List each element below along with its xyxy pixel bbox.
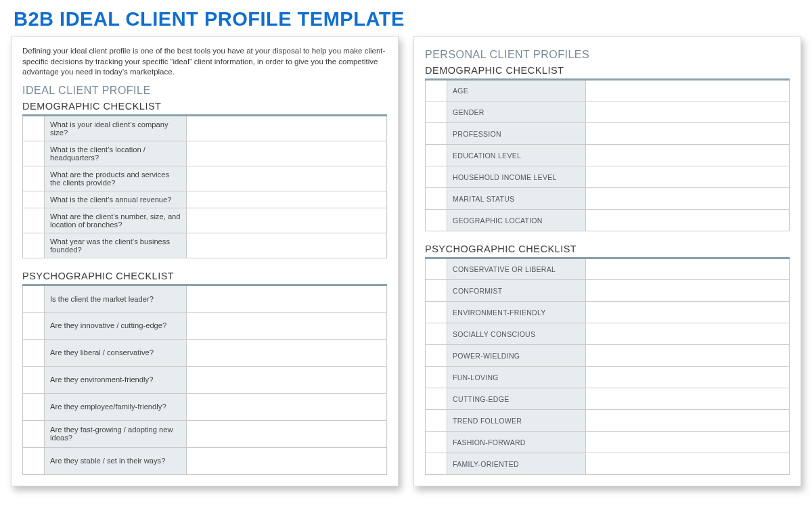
checkbox-cell[interactable] [23, 166, 45, 191]
checkbox-cell[interactable] [23, 141, 45, 166]
left-section-title: IDEAL CLIENT PROFILE [22, 85, 387, 97]
checkbox-cell[interactable] [426, 388, 447, 410]
table-row: FAMILY-ORIENTED [426, 453, 790, 475]
answer-cell[interactable] [585, 432, 789, 453]
checkbox-cell[interactable] [426, 166, 447, 188]
answer-cell[interactable] [585, 210, 789, 231]
answer-cell[interactable] [187, 208, 387, 233]
answer-cell[interactable] [585, 258, 789, 280]
right-section-title: PERSONAL CLIENT PROFILES [425, 49, 790, 61]
document-page: B2B IDEAL CLIENT PROFILE TEMPLATE Defini… [0, 0, 812, 486]
table-row: POWER-WIELDING [426, 345, 790, 367]
table-row: ENVIRONMENT-FRIENDLY [426, 302, 790, 323]
checkbox-cell[interactable] [426, 302, 447, 323]
answer-cell[interactable] [585, 166, 789, 188]
checkbox-cell[interactable] [23, 420, 45, 447]
checkbox-cell[interactable] [426, 145, 447, 166]
table-row: FASHION-FORWARD [426, 432, 790, 453]
checkbox-cell[interactable] [426, 367, 447, 388]
checkbox-cell[interactable] [23, 191, 45, 208]
question-cell: What year was the client’s business foun… [45, 233, 187, 258]
table-row: Are they stable / set in their ways? [23, 447, 387, 474]
table-row: CONFORMIST [426, 280, 790, 302]
answer-cell[interactable] [187, 191, 387, 208]
left-card: Defining your ideal client profile is on… [11, 36, 399, 486]
label-cell: SOCIALLY CONSCIOUS [447, 323, 586, 345]
checkbox-cell[interactable] [23, 208, 45, 233]
main-title: B2B IDEAL CLIENT PROFILE TEMPLATE [14, 8, 801, 30]
table-row: What are the products and services the c… [23, 166, 387, 191]
checkbox-cell[interactable] [426, 258, 447, 280]
answer-cell[interactable] [187, 233, 387, 258]
checkbox-cell[interactable] [426, 123, 447, 145]
answer-cell[interactable] [585, 323, 789, 345]
answer-cell[interactable] [585, 410, 789, 432]
answer-cell[interactable] [187, 115, 387, 141]
label-cell: AGE [447, 80, 586, 101]
question-cell: What is the client’s location / headquar… [45, 141, 187, 166]
checkbox-cell[interactable] [23, 339, 45, 366]
answer-cell[interactable] [187, 420, 387, 447]
label-cell: PROFESSION [447, 123, 586, 145]
table-row: PROFESSION [426, 123, 790, 145]
table-row: MARITAL STATUS [426, 188, 790, 210]
answer-cell[interactable] [585, 453, 789, 475]
question-cell: Are they environment-friendly? [45, 366, 187, 393]
intro-text: Defining your ideal client profile is on… [22, 46, 387, 78]
checkbox-cell[interactable] [426, 188, 447, 210]
answer-cell[interactable] [187, 312, 387, 339]
answer-cell[interactable] [187, 393, 387, 420]
answer-cell[interactable] [585, 345, 789, 367]
question-cell: What are the products and services the c… [45, 166, 187, 191]
table-row: What is your ideal client’s company size… [23, 115, 387, 141]
left-psy-heading: PSYCHOGRAPHIC CHECKLIST [22, 271, 387, 281]
answer-cell[interactable] [187, 285, 387, 312]
checkbox-cell[interactable] [426, 210, 447, 231]
table-row: What are the client’s number, size, and … [23, 208, 387, 233]
checkbox-cell[interactable] [23, 366, 45, 393]
checkbox-cell[interactable] [23, 447, 45, 474]
checkbox-cell[interactable] [426, 323, 447, 345]
table-row: Are they innovative / cutting-edge? [23, 312, 387, 339]
answer-cell[interactable] [585, 388, 789, 410]
checkbox-cell[interactable] [426, 80, 447, 101]
answer-cell[interactable] [187, 141, 387, 166]
answer-cell[interactable] [187, 366, 387, 393]
answer-cell[interactable] [187, 447, 387, 474]
table-row: What is the client’s location / headquar… [23, 141, 387, 166]
label-cell: HOUSEHOLD INCOME LEVEL [447, 166, 586, 188]
checkbox-cell[interactable] [426, 432, 447, 453]
checkbox-cell[interactable] [23, 233, 45, 258]
checkbox-cell[interactable] [426, 280, 447, 302]
answer-cell[interactable] [585, 188, 789, 210]
table-row: Are they environment-friendly? [23, 366, 387, 393]
right-card: PERSONAL CLIENT PROFILES DEMOGRAPHIC CHE… [413, 36, 801, 486]
checkbox-cell[interactable] [23, 393, 45, 420]
answer-cell[interactable] [585, 280, 789, 302]
checkbox-cell[interactable] [426, 453, 447, 475]
label-cell: ENVIRONMENT-FRIENDLY [447, 302, 586, 323]
checkbox-cell[interactable] [426, 410, 447, 432]
checkbox-cell[interactable] [426, 345, 447, 367]
answer-cell[interactable] [585, 145, 789, 166]
answer-cell[interactable] [585, 101, 789, 123]
label-cell: CUTTING-EDGE [447, 388, 586, 410]
table-row: What is the client’s annual revenue? [23, 191, 387, 208]
checkbox-cell[interactable] [426, 101, 447, 123]
table-row: GENDER [426, 101, 790, 123]
columns: Defining your ideal client profile is on… [11, 36, 801, 486]
answer-cell[interactable] [187, 339, 387, 366]
label-cell: MARITAL STATUS [447, 188, 586, 210]
checkbox-cell[interactable] [23, 115, 45, 141]
label-cell: EDUCATION LEVEL [447, 145, 586, 166]
answer-cell[interactable] [585, 80, 789, 101]
answer-cell[interactable] [585, 367, 789, 388]
answer-cell[interactable] [585, 123, 789, 145]
checkbox-cell[interactable] [23, 312, 45, 339]
answer-cell[interactable] [585, 302, 789, 323]
checkbox-cell[interactable] [23, 285, 45, 312]
table-row: FUN-LOVING [426, 367, 790, 388]
answer-cell[interactable] [187, 166, 387, 191]
question-cell: Are they stable / set in their ways? [45, 447, 187, 474]
table-row: Are they liberal / conservative? [23, 339, 387, 366]
